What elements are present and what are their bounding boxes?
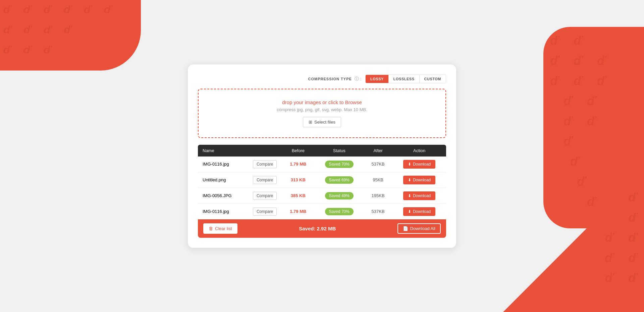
compression-lossless-btn[interactable]: LOSSLESS [389,75,420,83]
cell-after-1: 95KB [364,172,392,188]
download-all-label: Download All [410,226,435,231]
download-button-3[interactable]: ⬇ Download [403,207,435,216]
main-card: COMPRESSION TYPE ⓘ : LOSSY LOSSLESS CUST… [188,64,456,248]
file-table: Name Before Status After Action IMG-0116… [198,145,446,219]
download-button-0[interactable]: ⬇ Download [403,160,435,169]
clear-list-button[interactable]: 🗑 Clear list [203,223,237,234]
col-header-action: Action [392,145,446,157]
col-header-status: Status [315,145,364,157]
cell-name-3: IMG-0116.jpg Compare [198,204,281,219]
cell-action-1: ⬇ Download [392,172,446,188]
cell-after-3: 537KB [364,204,392,219]
table-row: IMG-0056.JPG Compare 385 KB Saved 49% 19… [198,188,446,204]
cell-after-2: 195KB [364,188,392,204]
compression-info-icon: ⓘ : [355,76,361,82]
compression-buttons-group: LOSSY LOSSLESS CUSTOM [365,75,446,83]
download-icon-3: ⬇ [408,209,411,214]
compression-lossy-btn[interactable]: LOSSY [366,75,389,83]
drop-zone-sub-text: compress jpg, png, gif, svg, webp. Max 1… [205,107,439,112]
table-header-row: Name Before Status After Action [198,145,446,157]
cell-status-0: Saved 70% [315,157,364,172]
cell-action-0: ⬇ Download [392,157,446,172]
drop-zone[interactable]: drop your images or click to Browse comp… [198,89,446,138]
cell-name-2: IMG-0056.JPG Compare [198,188,281,204]
cell-status-1: Saved 69% [315,172,364,188]
bottom-bar: 🗑 Clear list Saved: 2.92 MB 📄 Download A… [198,219,446,238]
compression-type-label: COMPRESSION TYPE [308,77,352,81]
cell-name-0: IMG-0116.jpg Compare [198,157,281,172]
table-row: IMG-0116.jpg Compare 1.79 MB Saved 70% 5… [198,204,446,219]
compare-button-2[interactable]: Compare [253,192,277,200]
cell-after-0: 537KB [364,157,392,172]
cell-status-2: Saved 49% [315,188,364,204]
cell-name-1: Untitled.png Compare [198,172,281,188]
compression-custom-btn[interactable]: CUSTOM [420,75,446,83]
cell-before-3: 1.79 MB [281,204,315,219]
cell-before-2: 385 KB [281,188,315,204]
download-icon-1: ⬇ [408,178,411,182]
table-row: Untitled.png Compare 313 KB Saved 69% 95… [198,172,446,188]
download-icon-2: ⬇ [408,193,411,198]
select-files-label: Select files [314,120,335,125]
cell-action-3: ⬇ Download [392,204,446,219]
compression-type-row: COMPRESSION TYPE ⓘ : LOSSY LOSSLESS CUST… [198,75,446,83]
compare-button-0[interactable]: Compare [253,160,277,168]
clear-list-icon: 🗑 [209,226,213,231]
clear-list-label: Clear list [215,226,232,231]
download-icon-0: ⬇ [408,162,411,167]
table-section: Name Before Status After Action IMG-0116… [198,145,446,238]
main-content: COMPRESSION TYPE ⓘ : LOSSY LOSSLESS CUST… [0,0,644,312]
col-header-before: Before [281,145,315,157]
col-header-after: After [364,145,392,157]
cell-status-3: Saved 70% [315,204,364,219]
download-all-icon: 📄 [403,226,408,231]
cell-action-2: ⬇ Download [392,188,446,204]
compare-button-3[interactable]: Compare [253,208,277,216]
table-row: IMG-0116.jpg Compare 1.79 MB Saved 70% 5… [198,157,446,172]
cell-before-1: 313 KB [281,172,315,188]
cell-before-0: 1.79 MB [281,157,315,172]
select-files-icon: ⊞ [309,120,312,125]
col-header-name: Name [198,145,281,157]
download-all-button[interactable]: 📄 Download All [397,223,441,234]
download-button-2[interactable]: ⬇ Download [403,191,435,200]
saved-amount-text: Saved: 2.92 MB [299,226,336,231]
drop-zone-main-text: drop your images or click to Browse [205,99,439,105]
download-button-1[interactable]: ⬇ Download [403,176,435,184]
compare-button-1[interactable]: Compare [253,176,277,184]
select-files-button[interactable]: ⊞ Select files [303,117,341,127]
